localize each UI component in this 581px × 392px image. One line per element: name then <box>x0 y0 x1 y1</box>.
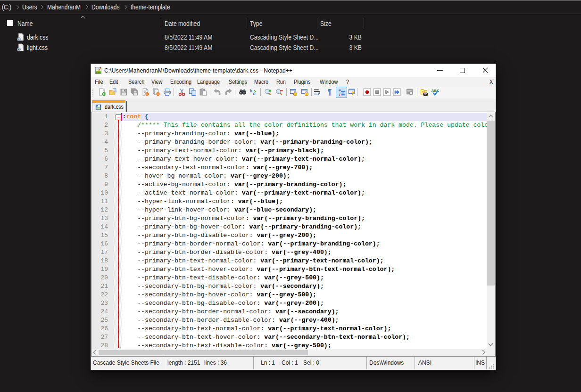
svg-text:¶: ¶ <box>328 88 332 96</box>
svg-text:b: b <box>250 88 252 93</box>
